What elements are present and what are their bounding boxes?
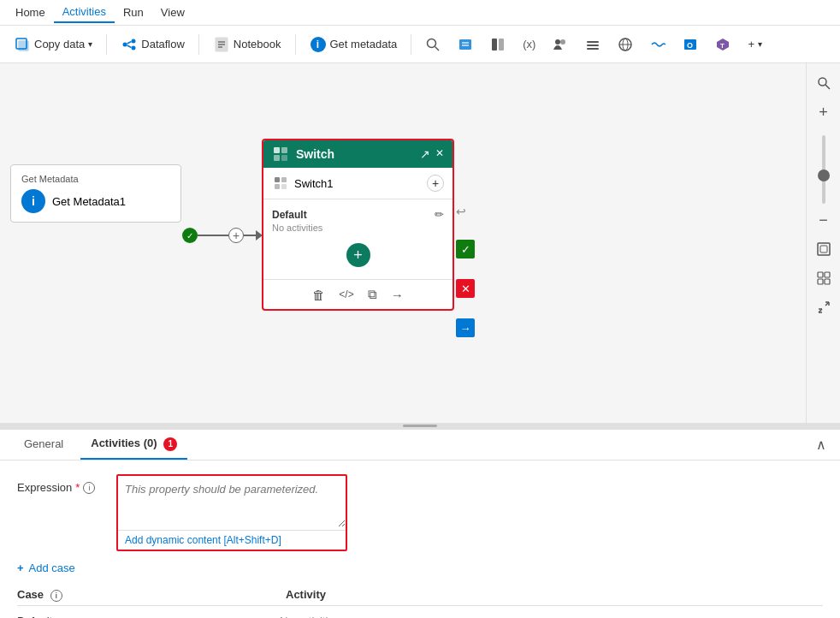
copy-data-icon — [14, 36, 31, 53]
wave-toolbar-button[interactable] — [643, 33, 672, 56]
switch-delete-button[interactable]: 🗑 — [312, 288, 325, 302]
switch1-name: Switch1 — [294, 177, 334, 190]
get-metadata-info-icon: i — [21, 189, 45, 213]
top-expand-button[interactable]: ↩ — [456, 205, 466, 218]
default-row-edit-button[interactable]: ✏ — [802, 615, 823, 618]
default-activity-cell: No activities — [279, 615, 802, 618]
get-metadata-content: i Get Metadata1 — [21, 189, 170, 213]
variable-toolbar-button[interactable]: (x) — [516, 34, 542, 54]
switch-close-button[interactable]: ✕ — [435, 147, 444, 161]
svg-line-5 — [127, 41, 132, 44]
svg-rect-44 — [825, 279, 830, 284]
settings-toolbar-button[interactable] — [578, 33, 607, 56]
svg-rect-1 — [19, 41, 28, 51]
notebook-button[interactable]: Notebook — [206, 33, 288, 56]
grid-toolbar-button[interactable] — [483, 33, 512, 56]
case-column-header: Case i — [17, 588, 286, 602]
outlook-icon: O — [683, 37, 698, 52]
bottom-tabs: General Activities (0) 1 ∧ — [0, 430, 840, 461]
copy-data-label: Copy data — [34, 38, 85, 51]
globe-toolbar-button[interactable] — [611, 33, 640, 56]
bottom-content: Expression * i Add dynamic content [Alt+… — [0, 461, 840, 618]
menu-view[interactable]: View — [152, 3, 193, 22]
right-panel-grid-button[interactable] — [811, 265, 837, 291]
search-toolbar-button[interactable] — [418, 33, 447, 56]
menu-bar: Home Activities Run View — [0, 0, 840, 26]
default-edit-button[interactable]: ✏ — [435, 208, 444, 221]
dynamic-content-link[interactable]: Add dynamic content [Alt+Shift+D] — [118, 530, 346, 550]
switch-box[interactable]: Switch ↗ ✕ — [262, 139, 454, 311]
svg-rect-21 — [587, 45, 599, 46]
teams-toolbar-button[interactable]: T — [708, 33, 737, 56]
expression-info-icon[interactable]: i — [83, 482, 95, 494]
add-activity-button[interactable]: + — [346, 243, 370, 267]
fit-icon — [817, 242, 831, 256]
case-header-text: Case — [17, 588, 44, 601]
side-x-button[interactable]: ✕ — [456, 279, 475, 298]
switch-copy-button[interactable]: ⧉ — [368, 287, 377, 302]
side-arrow-button[interactable]: → — [456, 318, 475, 337]
get-metadata-toolbar-button[interactable]: i Get metadata — [303, 33, 405, 56]
tab-activities-badge: 1 — [163, 437, 177, 451]
teams-icon: T — [715, 37, 731, 52]
people-toolbar-button[interactable] — [546, 33, 575, 56]
add-more-label: + — [748, 38, 754, 51]
expression-row: Expression * i Add dynamic content [Alt+… — [17, 474, 823, 551]
right-panel-search-button[interactable] — [811, 70, 837, 96]
side-check-button[interactable]: ✓ — [456, 240, 475, 258]
svg-point-11 — [428, 39, 436, 47]
list-toolbar-button[interactable] — [451, 33, 480, 56]
menu-activities[interactable]: Activities — [54, 2, 115, 23]
list-icon — [458, 37, 473, 52]
svg-line-38 — [825, 85, 830, 89]
add-more-chevron: ▾ — [758, 39, 762, 49]
default-case: Default ✏ No activities + — [263, 199, 453, 279]
copy-data-chevron[interactable]: ▾ — [88, 39, 92, 49]
table-data-row: Default No activities ✏ — [17, 609, 823, 618]
zoom-slider[interactable] — [822, 135, 825, 204]
switch-name-left: Switch1 — [272, 175, 334, 192]
svg-text:T: T — [720, 42, 725, 50]
case-header-info-icon[interactable]: i — [50, 590, 62, 602]
right-panel-collapse-button[interactable] — [811, 294, 837, 320]
svg-point-19 — [560, 39, 565, 45]
svg-rect-30 — [281, 147, 287, 153]
expression-input-wrapper: Add dynamic content [Alt+Shift+D] — [116, 474, 347, 551]
menu-home[interactable]: Home — [7, 3, 54, 22]
switch-forward-button[interactable]: → — [391, 288, 404, 302]
zoom-thumb[interactable] — [818, 169, 830, 181]
switch-code-button[interactable]: </> — [339, 288, 353, 300]
switch-expand-button[interactable]: ↗ — [420, 147, 430, 161]
tab-general[interactable]: General — [14, 431, 74, 459]
toolbar-divider-1 — [106, 34, 107, 55]
right-panel-minus-button[interactable]: − — [811, 207, 837, 233]
get-metadata-box[interactable]: Get Metadata i Get Metadata1 — [10, 164, 181, 223]
menu-run[interactable]: Run — [115, 3, 152, 22]
right-panel-fit-button[interactable] — [811, 236, 837, 262]
connector-plus-button[interactable]: + — [228, 228, 244, 243]
get-metadata-toolbar-icon: i — [310, 36, 327, 53]
copy-data-button[interactable]: Copy data ▾ — [7, 33, 99, 56]
add-case-row[interactable]: + Add case — [17, 562, 823, 574]
canvas[interactable]: Get Metadata i Get Metadata1 ✓ + — [0, 63, 840, 423]
tab-activities-label: Activities (0) — [91, 437, 157, 449]
default-header: Default ✏ — [272, 208, 444, 221]
notebook-label: Notebook — [234, 38, 281, 51]
svg-rect-20 — [587, 41, 599, 43]
side-x-indicator: ✕ — [456, 279, 475, 298]
get-metadata-toolbar-label: Get metadata — [330, 38, 398, 51]
panel-collapse-button[interactable]: ∧ — [816, 437, 826, 453]
grid-icon — [490, 37, 506, 52]
add-case-label: Add case — [29, 562, 75, 574]
table-header-row: Case i Activity — [17, 585, 823, 606]
svg-point-2 — [123, 42, 127, 46]
right-panel-plus-button[interactable]: + — [811, 99, 837, 125]
add-case-plus-icon: + — [17, 562, 24, 574]
add-more-button[interactable]: + ▾ — [741, 34, 769, 54]
settings-icon — [585, 37, 600, 52]
dataflow-button[interactable]: Dataflow — [114, 33, 192, 56]
tab-activities[interactable]: Activities (0) 1 — [80, 430, 187, 460]
expression-textarea[interactable] — [118, 476, 346, 527]
switch-add-case-button[interactable]: + — [427, 175, 444, 192]
outlook-toolbar-button[interactable]: O — [676, 33, 705, 56]
